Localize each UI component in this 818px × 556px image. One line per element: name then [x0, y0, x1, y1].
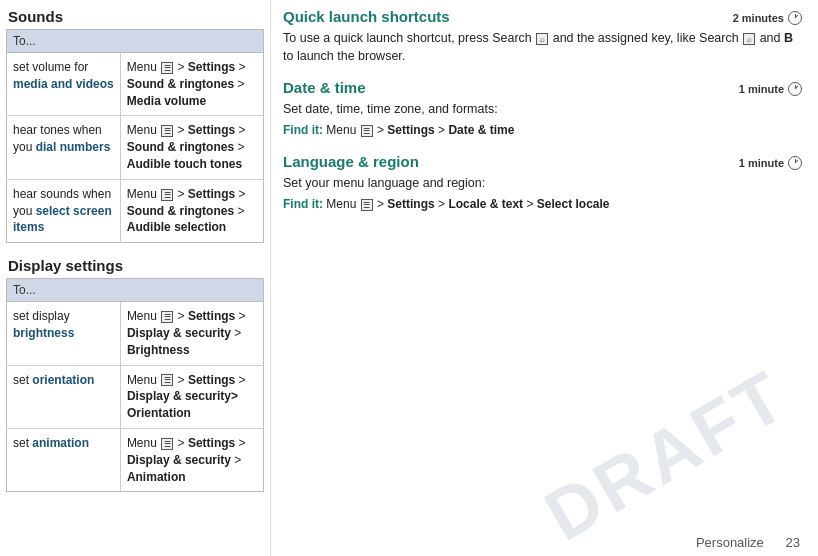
language-region-body: Set your menu language and region: [283, 174, 802, 192]
quick-launch-body: To use a quick launch shortcut, press Se… [283, 29, 802, 65]
display-row3-path: Menu ☰ > Settings > Display & security >… [120, 428, 263, 491]
table-row: hear sounds when you select screen items… [7, 179, 264, 242]
sounds-table: To... set volume for media and videos Me… [6, 29, 264, 243]
right-column: Quick launch shortcuts 2 minutes To use … [270, 0, 818, 556]
quick-launch-title: Quick launch shortcuts [283, 8, 450, 25]
date-time-section: Date & time 1 minute Set date, time, tim… [283, 79, 802, 139]
sounds-row3-action: hear sounds when you select screen items [7, 179, 121, 242]
language-region-badge: 1 minute [739, 156, 802, 170]
display-table-header: To... [7, 279, 264, 302]
display-row1-path: Menu ☰ > Settings > Display & security >… [120, 302, 263, 365]
menu-icon: ☰ [161, 311, 173, 323]
display-settings-title: Display settings [6, 257, 264, 274]
language-region-title: Language & region [283, 153, 419, 170]
footer: Personalize 23 [0, 535, 818, 550]
table-row: set animation Menu ☰ > Settings > Displa… [7, 428, 264, 491]
animation-link[interactable]: animation [32, 436, 89, 450]
display-row2-action: set orientation [7, 365, 121, 428]
footer-label-text: Personalize [696, 535, 764, 550]
media-videos-link[interactable]: media and videos [13, 77, 114, 91]
clock-icon-2 [788, 82, 802, 96]
find-label-2: Find it: [283, 197, 323, 211]
table-row: set volume for media and videos Menu ☰ >… [7, 53, 264, 116]
brightness-link[interactable]: brightness [13, 326, 74, 340]
search-icon-2: ⌕ [743, 33, 755, 45]
menu-icon: ☰ [161, 62, 173, 74]
sounds-row1-action: set volume for media and videos [7, 53, 121, 116]
sounds-row1-path: Menu ☰ > Settings > Sound & ringtones > … [120, 53, 263, 116]
display-row1-action: set display brightness [7, 302, 121, 365]
language-region-find-it: Find it: Menu ☰ > Settings > Locale & te… [283, 196, 802, 213]
clock-icon-3 [788, 156, 802, 170]
date-time-title-row: Date & time 1 minute [283, 79, 802, 96]
table-row: hear tones when you dial numbers Menu ☰ … [7, 116, 264, 179]
quick-launch-title-row: Quick launch shortcuts 2 minutes [283, 8, 802, 25]
sounds-row3-path: Menu ☰ > Settings > Sound & ringtones > … [120, 179, 263, 242]
left-column: Sounds To... set volume for media and vi… [0, 0, 270, 556]
table-row: set display brightness Menu ☰ > Settings… [7, 302, 264, 365]
menu-icon: ☰ [161, 438, 173, 450]
display-row2-path: Menu ☰ > Settings > Display & security> … [120, 365, 263, 428]
menu-icon: ☰ [361, 125, 373, 137]
date-time-find-it: Find it: Menu ☰ > Settings > Date & time [283, 122, 802, 139]
find-label: Find it: [283, 123, 323, 137]
sounds-section: Sounds To... set volume for media and vi… [6, 8, 264, 243]
language-region-title-row: Language & region 1 minute [283, 153, 802, 170]
sounds-table-header: To... [7, 30, 264, 53]
footer-label: Personalize 23 [696, 535, 800, 550]
page-container: Sounds To... set volume for media and vi… [0, 0, 818, 556]
display-table: To... set display brightness Menu ☰ > Se… [6, 278, 264, 492]
search-icon: ⌕ [536, 33, 548, 45]
quick-launch-section: Quick launch shortcuts 2 minutes To use … [283, 8, 802, 65]
display-settings-section: Display settings To... set display brigh… [6, 257, 264, 492]
language-region-section: Language & region 1 minute Set your menu… [283, 153, 802, 213]
dial-numbers-link[interactable]: dial numbers [36, 140, 111, 154]
menu-icon: ☰ [161, 189, 173, 201]
menu-icon: ☰ [361, 199, 373, 211]
clock-icon [788, 11, 802, 25]
date-time-badge: 1 minute [739, 82, 802, 96]
display-row3-action: set animation [7, 428, 121, 491]
sounds-row2-path: Menu ☰ > Settings > Sound & ringtones > … [120, 116, 263, 179]
orientation-link[interactable]: orientation [32, 373, 94, 387]
select-screen-items-link[interactable]: select screen items [13, 204, 112, 235]
menu-icon: ☰ [161, 125, 173, 137]
quick-launch-time: 2 minutes [733, 11, 802, 25]
table-row: set orientation Menu ☰ > Settings > Disp… [7, 365, 264, 428]
date-time-body: Set date, time, time zone, and formats: [283, 100, 802, 118]
sounds-title: Sounds [6, 8, 264, 25]
footer-page: 23 [786, 535, 800, 550]
menu-icon: ☰ [161, 374, 173, 386]
date-time-title: Date & time [283, 79, 366, 96]
sounds-row2-action: hear tones when you dial numbers [7, 116, 121, 179]
